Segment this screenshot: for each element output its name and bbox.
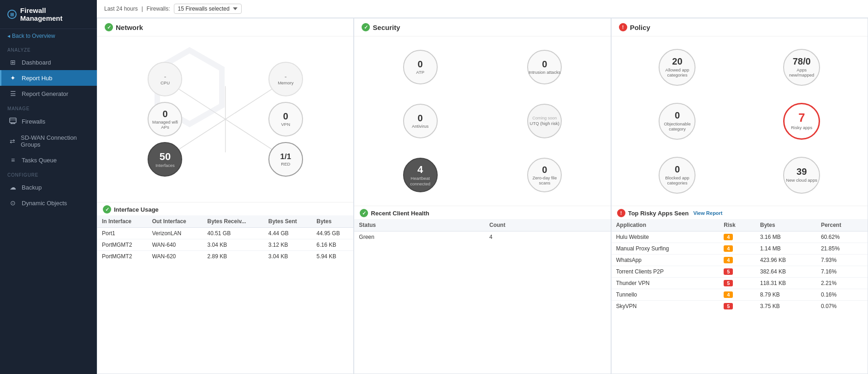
atp-value: 0	[418, 59, 423, 70]
utq-soon: Coming soon	[532, 116, 557, 121]
managed-wifi-node: 0 Managed wifi APs	[138, 102, 193, 137]
sidebar-item-label: Report Generator	[22, 90, 68, 97]
vpn-node: 0 VPN	[258, 102, 313, 137]
security-header: ✓ Security	[354, 18, 610, 36]
objectionable-node: 0 Objectionable category	[619, 98, 736, 144]
time-range: Last 24 hours	[104, 6, 138, 12]
blocked-app-node: 0 Blocked app categories	[619, 152, 736, 198]
risky-apps-label: Risky apps	[791, 125, 812, 130]
red-node: 1/1 RED	[258, 142, 313, 177]
sidebar-item-label: Backup	[22, 184, 42, 191]
objectionable-value: 0	[675, 111, 680, 120]
backup-icon: ☁	[9, 184, 17, 191]
interfaces-label: Interfaces	[155, 163, 175, 168]
new-cloud-value: 39	[797, 167, 807, 176]
sidebar-item-backup[interactable]: ☁ Backup	[0, 179, 97, 195]
interface-usage-status-icon: ✓	[103, 205, 111, 214]
risky-apps-value: 7	[798, 112, 805, 124]
section-manage: MANAGE	[0, 101, 97, 113]
interface-usage-table: In Interface Out Interface Bytes Receiv.…	[97, 215, 353, 374]
sidebar-item-firewalls[interactable]: Firewalls	[0, 113, 97, 130]
new-cloud-node: 39 New cloud apps	[743, 152, 860, 198]
network-status-icon: ✓	[105, 23, 113, 31]
interface-usage-header: ✓ Interface Usage	[97, 202, 353, 215]
heartbeat-value: 4	[417, 164, 423, 176]
vpn-value: 0	[283, 111, 288, 122]
sidebar-item-sdwan[interactable]: ⇄ SD-WAN Connection Groups	[0, 130, 97, 152]
sidebar-item-dynamicobjects[interactable]: ⊙ Dynamic Objects	[0, 195, 97, 211]
managed-wifi-label: Managed wifi APs	[149, 119, 181, 130]
sidebar-item-label: SD-WAN Connection Groups	[21, 134, 89, 148]
svg-rect-0	[10, 118, 16, 123]
interfaces-value: 50	[160, 151, 171, 163]
intrusion-value: 0	[542, 59, 547, 70]
reporthub-icon: ✦	[9, 74, 17, 82]
col-bytes: Bytes	[755, 219, 816, 232]
sidebar-item-label: Report Hub	[22, 75, 52, 82]
security-status-icon: ✓	[362, 23, 370, 31]
col-status: Status	[354, 219, 485, 232]
dashboard-icon: ⊞	[9, 59, 17, 66]
zero-day-label: Zero-day file scans	[528, 175, 561, 186]
dashboard: ✓ Network	[97, 18, 868, 374]
sidebar-item-label: Tasks Queue	[22, 157, 57, 164]
table-row: Tunnello48.79 KB0.16%	[612, 289, 868, 301]
table-row: Port1VerizonLAN40.51 GB4.44 GB44.95 GB	[97, 228, 353, 239]
col-out-interface: Out Interface	[148, 215, 203, 228]
risk-badge: 4	[724, 234, 733, 240]
atp-label: ATP	[416, 70, 424, 75]
view-report-link[interactable]: View Report	[693, 210, 722, 216]
intrusion-node: 0 Intrusion attacks	[486, 44, 603, 90]
antivirus-label: Antivirus	[412, 124, 428, 129]
policy-header: ! Policy	[612, 18, 868, 36]
section-analyze: ANALYZE	[0, 43, 97, 54]
col-in-interface: In Interface	[97, 215, 148, 228]
memory-label: Memory	[278, 80, 293, 85]
section-configure: CONFIGURE	[0, 168, 97, 179]
sidebar-item-tasks[interactable]: ≡ Tasks Queue	[0, 152, 97, 168]
network-title: Network	[116, 24, 143, 31]
col-bytes-recv: Bytes Receiv...	[202, 215, 263, 228]
heartbeat-label: Heartbeat connected	[404, 176, 437, 186]
allowed-app-node: 20 Allowed app categories	[619, 44, 736, 90]
apps-new-value: 78/0	[793, 57, 811, 66]
sidebar-item-reportgenerator[interactable]: ☰ Report Generator	[0, 86, 97, 101]
atp-node: 0 ATP	[362, 44, 479, 90]
client-health-table: Status Count Green4	[354, 219, 610, 374]
back-to-overview[interactable]: ◂ Back to Overview	[0, 29, 97, 43]
top-risky-table: Application Risk Bytes Percent Hulu Webs…	[612, 219, 868, 374]
sidebar-logo-label: Firewall Management	[20, 6, 89, 22]
security-panel: ✓ Security 0 ATP 0 Intrusion attacks	[354, 18, 611, 374]
vpn-label: VPN	[281, 122, 291, 127]
tasks-icon: ≡	[9, 156, 17, 164]
client-health-header: ✓ Recent Client Health	[354, 206, 610, 219]
table-row: Thunder VPN5118.31 KB2.21%	[612, 278, 868, 289]
firewalls-label: Firewalls:	[147, 6, 170, 12]
risk-badge: 5	[724, 303, 733, 309]
table-row: Green4	[354, 232, 610, 243]
new-cloud-label: New cloud apps	[786, 178, 817, 183]
red-value: 1/1	[280, 152, 291, 161]
apps-new-node: 78/0 Apps new/mapped	[743, 44, 860, 90]
firewalls-select[interactable]: 15 Firewalls selected	[174, 4, 242, 14]
cpu-value: -	[164, 73, 166, 80]
reportgenerator-icon: ☰	[9, 90, 17, 97]
sidebar-item-dashboard[interactable]: ⊞ Dashboard	[0, 54, 97, 70]
col-bytes: Bytes	[312, 215, 353, 228]
interfaces-node: 50 Interfaces	[138, 142, 193, 177]
table-row: WhatsApp4423.96 KB7.93%	[612, 255, 868, 266]
sidebar-item-label: Firewalls	[22, 118, 45, 125]
firewall-icon: ⊞	[7, 10, 17, 19]
heartbeat-node: 4 Heartbeat connected	[362, 152, 479, 198]
blocked-app-value: 0	[675, 165, 680, 174]
sidebar-item-reporthub[interactable]: ✦ Report Hub	[0, 70, 97, 86]
utq-node: Coming soon UTQ (high risk)	[486, 98, 603, 144]
topbar: Last 24 hours | Firewalls: 15 Firewalls …	[97, 0, 868, 18]
firewalls-icon	[9, 117, 17, 126]
security-title: Security	[373, 24, 400, 31]
table-row: SkyVPN53.75 KB0.07%	[612, 301, 868, 312]
policy-title: Policy	[630, 24, 650, 31]
main-content: Last 24 hours | Firewalls: 15 Firewalls …	[97, 0, 868, 374]
risky-apps-node: 7 Risky apps	[743, 98, 860, 144]
table-row: PortMGMT2WAN-6403.04 KB3.12 KB6.16 KB	[97, 239, 353, 251]
